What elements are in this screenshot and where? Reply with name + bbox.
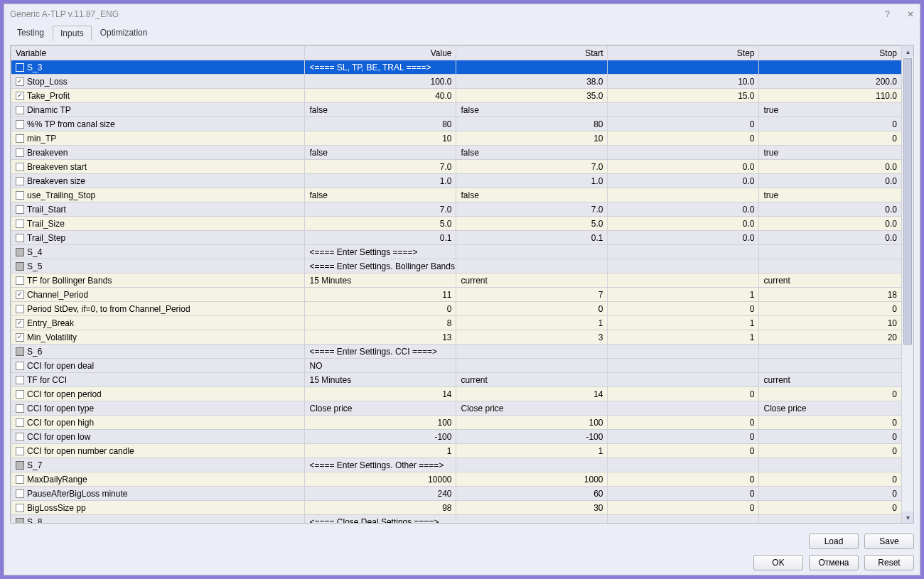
tab-inputs[interactable]: Inputs [53,26,92,40]
table-row[interactable]: PauseAfterBigLoss minute2406000 [11,487,902,501]
optimize-checkbox[interactable] [16,504,24,512]
cell-value[interactable]: Close price [305,401,456,416]
table-row[interactable]: Trail_Step0.10.10.00.0 [11,231,902,245]
cell-step[interactable]: 0 [608,117,759,131]
cell-stop[interactable]: 0 [759,387,902,401]
cell-stop[interactable]: true [759,103,902,117]
table-row[interactable]: Channel_Period117118 [11,288,902,302]
cancel-button[interactable]: Отмена [809,555,859,570]
cell-value[interactable]: <==== Enter Settings. Bollinger Bands ==… [305,259,456,274]
cell-value[interactable]: 80 [305,117,456,131]
cell-stop[interactable]: true [759,146,902,160]
cell-value[interactable]: 14 [305,387,456,401]
cell-value[interactable]: NO [305,359,456,373]
cell-value[interactable]: 8 [305,316,456,330]
table-row[interactable]: use_Trailing_Stopfalsefalsetrue [11,188,902,202]
cell-step[interactable]: 0 [608,387,759,401]
cell-start[interactable]: 30 [456,501,608,515]
cell-step[interactable] [608,103,759,117]
cell-step[interactable]: 0 [608,131,759,146]
cell-value[interactable]: <==== Enter Settings ====> [305,245,456,259]
cell-step[interactable]: 1 [608,316,759,330]
col-value[interactable]: Value [305,46,456,60]
cell-start[interactable]: 5.0 [456,217,608,231]
cell-stop[interactable]: 200.0 [759,75,902,89]
cell-stop[interactable]: 0 [759,416,902,430]
table-row[interactable]: S_7<==== Enter Settings. Other ====> [11,458,902,472]
cell-value[interactable]: 1.0 [305,174,456,188]
cell-step[interactable]: 0 [608,430,759,444]
cell-stop[interactable]: 0 [759,430,902,444]
cell-value[interactable]: 10 [305,131,456,146]
cell-step[interactable] [608,146,759,160]
optimize-checkbox[interactable] [16,120,24,129]
table-row[interactable]: CCI for open period141400 [11,387,902,401]
table-row[interactable]: S_8<==== Close Deal Settings ====> [11,515,902,524]
optimize-checkbox[interactable] [16,148,24,157]
cell-start[interactable]: 60 [456,487,608,501]
table-row[interactable]: Entry_Break81110 [11,316,902,330]
cell-start[interactable]: 80 [456,117,608,131]
cell-stop[interactable] [759,359,902,373]
help-icon[interactable]: ? [885,9,890,19]
cell-value[interactable]: -100 [305,430,456,444]
cell-stop[interactable]: 10 [759,316,902,330]
cell-value[interactable]: 11 [305,288,456,302]
cell-stop[interactable]: 0 [759,444,902,458]
optimize-checkbox[interactable] [16,276,24,285]
cell-step[interactable] [608,373,759,387]
cell-step[interactable]: 0.0 [608,217,759,231]
cell-value[interactable]: 100.0 [305,75,456,89]
scroll-up-icon[interactable]: ▴ [902,45,913,57]
cell-step[interactable]: 10.0 [608,75,759,89]
scroll-down-icon[interactable]: ▾ [902,512,913,523]
cell-value[interactable]: 15 Minutes [305,373,456,387]
table-row[interactable]: Take_Profit40.035.015.0110.0 [11,89,902,103]
optimize-checkbox[interactable] [16,205,24,214]
cell-stop[interactable]: 0 [759,117,902,131]
cell-start[interactable]: 1.0 [456,174,608,188]
save-button[interactable]: Save [864,534,914,549]
cell-stop[interactable]: 18 [759,288,902,302]
cell-value[interactable]: 0.1 [305,231,456,245]
table-row[interactable]: CCI for open low-100-10000 [11,430,902,444]
cell-value[interactable]: <==== Close Deal Settings ====> [305,515,456,524]
optimize-checkbox[interactable] [16,433,24,441]
optimize-checkbox[interactable] [16,489,24,498]
table-row[interactable]: Stop_Loss100.038.010.0200.0 [11,75,902,89]
optimize-checkbox[interactable] [16,404,24,413]
table-row[interactable]: min_TP101000 [11,131,902,146]
close-icon[interactable]: ✕ [907,9,914,19]
cell-step[interactable]: 0 [608,302,759,316]
table-row[interactable]: Period StDev, if=0, to from Channel_Peri… [11,302,902,316]
cell-step[interactable]: 0.0 [608,202,759,217]
cell-stop[interactable] [759,515,902,524]
cell-start[interactable]: 1 [456,316,608,330]
table-row[interactable]: Min_Volatility133120 [11,330,902,345]
table-row[interactable]: TF for CCI15 Minutescurrentcurrent [11,373,902,387]
cell-stop[interactable]: 0.0 [759,217,902,231]
cell-step[interactable]: 0.0 [608,231,759,245]
optimize-checkbox[interactable] [16,362,24,370]
cell-value[interactable]: false [305,103,456,117]
cell-value[interactable]: 13 [305,330,456,345]
cell-start[interactable]: 14 [456,387,608,401]
cell-step[interactable] [608,359,759,373]
optimize-checkbox[interactable] [16,77,24,86]
table-row[interactable]: Trail_Size5.05.00.00.0 [11,217,902,231]
cell-start[interactable]: 38.0 [456,75,608,89]
table-row[interactable]: S_5<==== Enter Settings. Bollinger Bands… [11,259,902,274]
cell-start[interactable] [456,245,608,259]
cell-step[interactable] [608,245,759,259]
col-step[interactable]: Step [608,46,759,60]
cell-stop[interactable]: current [759,373,902,387]
scroll-thumb[interactable] [903,58,912,345]
cell-start[interactable]: 100 [456,416,608,430]
cell-value[interactable]: false [305,146,456,160]
table-row[interactable]: CCI for open high10010000 [11,416,902,430]
table-row[interactable]: CCI for open number candle1100 [11,444,902,458]
optimize-checkbox[interactable] [16,163,24,171]
reset-button[interactable]: Reset [864,555,914,570]
table-row[interactable]: CCI for open typeClose priceClose priceC… [11,401,902,416]
table-row[interactable]: S_6<==== Enter Settings. CCI ====> [11,345,902,359]
